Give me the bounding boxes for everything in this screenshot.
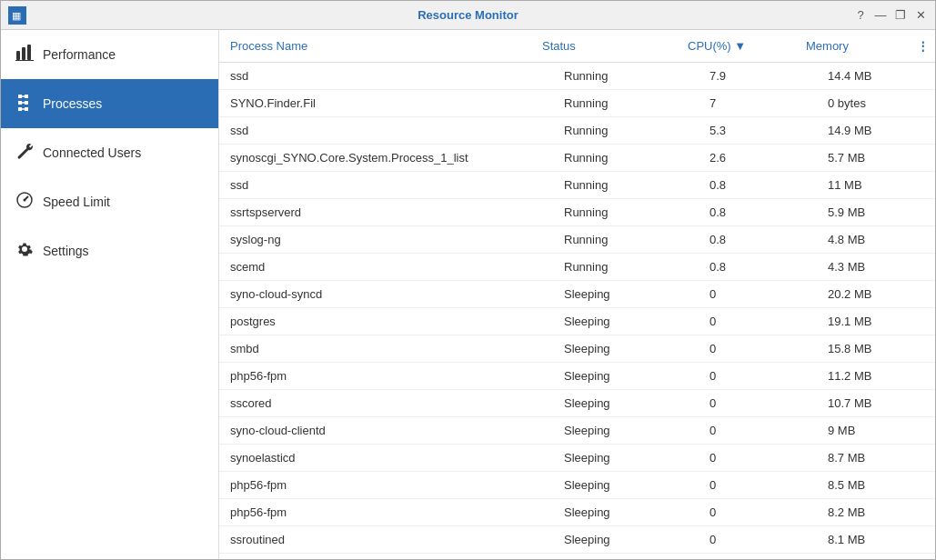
cell-memory: 5.7 MB: [817, 145, 935, 171]
cell-cpu: 0: [699, 526, 817, 553]
cell-status: Running: [553, 254, 699, 280]
speedlimit-icon: [15, 191, 34, 214]
cell-cpu: 0: [699, 554, 817, 559]
svg-rect-2: [16, 51, 20, 60]
cell-memory: 4.3 MB: [817, 254, 935, 280]
cell-memory: 14.4 MB: [817, 63, 935, 89]
cell-cpu: 0: [699, 390, 817, 416]
table-row[interactable]: php56-fpm Sleeping 0 11.2 MB: [219, 363, 935, 390]
table-row[interactable]: ssd Running 0.8 11 MB: [219, 172, 935, 199]
sidebar-item-speed-limit[interactable]: Speed Limit: [1, 177, 218, 226]
cell-cpu: 0.8: [699, 254, 817, 280]
cell-cpu: 7.9: [699, 63, 817, 89]
sidebar-item-performance[interactable]: Performance: [1, 30, 218, 79]
cell-status: Sleeping: [553, 445, 699, 471]
cell-memory: 11 MB: [817, 172, 935, 198]
cell-process-name: php56-fpm: [219, 472, 553, 498]
table-row[interactable]: syslog-ng Running 0.8 4.8 MB: [219, 226, 935, 254]
cell-status: Sleeping: [553, 308, 699, 335]
cell-memory: 9 MB: [817, 417, 935, 444]
sidebar-item-label: Connected Users: [43, 145, 141, 160]
cell-status: Sleeping: [553, 390, 699, 416]
cell-cpu: 0.8: [699, 226, 817, 253]
table-row[interactable]: ssd Running 5.3 14.9 MB: [219, 117, 935, 145]
cell-status: Sleeping: [553, 335, 699, 362]
cell-memory: 8.5 MB: [817, 472, 935, 498]
cell-memory: 14.9 MB: [817, 117, 935, 144]
sidebar-item-processes[interactable]: Processes: [1, 79, 218, 128]
table-row[interactable]: ssroutined Sleeping 0 8.1 MB: [219, 526, 935, 554]
minimize-button[interactable]: —: [873, 8, 888, 23]
cell-status: Running: [553, 145, 699, 171]
table-row[interactable]: php56-fpm Sleeping 0 8.2 MB: [219, 499, 935, 526]
cell-memory: 5.9 MB: [817, 199, 935, 225]
cell-memory: 8.1 MB: [817, 526, 935, 553]
cell-process-name: ssroutined: [219, 526, 553, 553]
table-row[interactable]: smbd Sleeping 0 15.8 MB: [219, 335, 935, 363]
more-options-button[interactable]: ⋮: [913, 30, 935, 62]
cell-process-name: php56-fpm: [219, 363, 553, 389]
table-row[interactable]: ssrtspserverd Running 0.8 5.9 MB: [219, 199, 935, 226]
titlebar: ▦ Resource Monitor ? — ❐ ✕: [1, 1, 935, 30]
cell-process-name: syslog-ng: [219, 226, 553, 253]
cell-process-name: syno-cloud-syncd: [219, 281, 553, 307]
cell-process-name: sscored: [219, 390, 553, 416]
cell-status: Running: [553, 172, 699, 198]
cell-cpu: 0: [699, 472, 817, 498]
col-process-name[interactable]: Process Name: [219, 30, 531, 62]
table-row[interactable]: sscored Sleeping 0 10.7 MB: [219, 390, 935, 417]
cell-status: Running: [553, 226, 699, 253]
table-row[interactable]: syno-cloud-clientd Sleeping 0 9 MB: [219, 417, 935, 445]
sidebar: Performance Processes Connected Users: [1, 30, 219, 559]
cell-process-name: php56-fpm: [219, 499, 553, 525]
cell-memory: 4.8 MB: [817, 226, 935, 253]
table-header: Process Name Status CPU(%) ▼ Memory ⋮: [219, 30, 935, 63]
cell-process-name: ssrtspserverd: [219, 199, 553, 225]
sidebar-item-label: Speed Limit: [43, 195, 110, 209]
table-row[interactable]: php56-fpm Sleeping 0 8.5 MB: [219, 472, 935, 499]
cell-status: Sleeping: [553, 363, 699, 389]
table-row[interactable]: synoelasticd Sleeping 0 8.7 MB: [219, 445, 935, 472]
cell-status: Sleeping: [553, 554, 699, 559]
cell-cpu: 7: [699, 90, 817, 116]
cell-memory: 0 bytes: [817, 90, 935, 116]
table-row[interactable]: snmpd Sleeping 0 7.8 MB: [219, 554, 935, 559]
svg-point-7: [24, 198, 26, 201]
cell-memory: 8.7 MB: [817, 445, 935, 471]
sidebar-item-connected-users[interactable]: Connected Users: [1, 128, 218, 177]
window-controls: ? — ❐ ✕: [853, 8, 928, 23]
cell-status: Running: [553, 117, 699, 144]
help-button[interactable]: ?: [853, 8, 868, 23]
chart-icon: [15, 44, 34, 66]
process-icon: [15, 93, 34, 115]
cell-memory: 15.8 MB: [817, 335, 935, 362]
svg-rect-5: [15, 60, 34, 61]
sidebar-item-settings[interactable]: Settings: [1, 226, 218, 275]
sidebar-item-label: Processes: [43, 96, 102, 111]
col-cpu[interactable]: CPU(%) ▼: [677, 30, 795, 62]
cell-process-name: synoscgi_SYNO.Core.System.Process_1_list: [219, 145, 553, 171]
cell-cpu: 2.6: [699, 145, 817, 171]
close-button[interactable]: ✕: [913, 8, 928, 23]
cell-process-name: ssd: [219, 172, 553, 198]
cell-cpu: 0: [699, 417, 817, 444]
gear-icon: [15, 240, 34, 263]
col-memory[interactable]: Memory: [795, 30, 913, 62]
cell-cpu: 0.8: [699, 172, 817, 198]
cell-memory: 19.1 MB: [817, 308, 935, 335]
cell-status: Running: [553, 90, 699, 116]
table-row[interactable]: synoscgi_SYNO.Core.System.Process_1_list…: [219, 145, 935, 172]
maximize-button[interactable]: ❐: [893, 8, 908, 23]
cell-status: Running: [553, 63, 699, 89]
wrench-icon: [15, 142, 34, 165]
table-row[interactable]: postgres Sleeping 0 19.1 MB: [219, 308, 935, 335]
col-status[interactable]: Status: [531, 30, 677, 62]
table-row[interactable]: SYNO.Finder.Fil Running 7 0 bytes: [219, 90, 935, 117]
cell-cpu: 0: [699, 335, 817, 362]
table-row[interactable]: ssd Running 7.9 14.4 MB: [219, 63, 935, 90]
table-row[interactable]: scemd Running 0.8 4.3 MB: [219, 254, 935, 281]
cell-memory: 11.2 MB: [817, 363, 935, 389]
table-row[interactable]: syno-cloud-syncd Sleeping 0 20.2 MB: [219, 281, 935, 308]
cell-process-name: SYNO.Finder.Fil: [219, 90, 553, 116]
sidebar-item-label: Performance: [43, 47, 116, 62]
